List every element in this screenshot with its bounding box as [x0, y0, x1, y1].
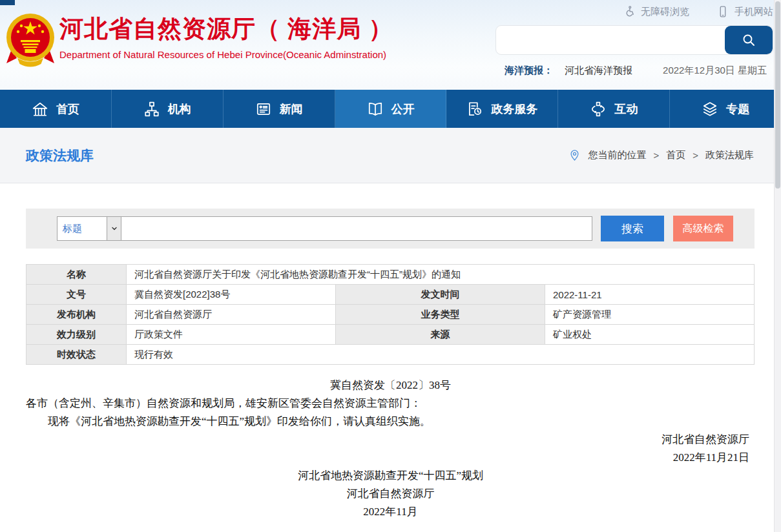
field-value-validity: 现行有效 — [127, 345, 755, 365]
header-search-button[interactable] — [725, 26, 773, 54]
nav-item-org[interactable]: 机构 — [112, 90, 224, 128]
breadcrumb-item-home[interactable]: 首页 — [666, 149, 685, 161]
breadcrumb-separator: > — [653, 150, 659, 161]
magnifier-icon — [741, 32, 756, 48]
scrollbar-thumb[interactable] — [775, 1, 780, 189]
chevron-down-icon — [107, 217, 121, 240]
interact-icon — [590, 101, 607, 118]
national-emblem-logo — [5, 10, 56, 70]
main-nav: 首页 机构 新闻 公开 — [0, 90, 781, 128]
corner-accent — [0, 0, 15, 5]
nav-item-gov-service[interactable]: 政务服务 — [446, 90, 558, 128]
table-row: 效力级别 厅政策文件 来源 矿业权处 — [26, 325, 755, 345]
open-book-icon — [367, 101, 384, 118]
header-search-input[interactable] — [496, 26, 725, 54]
field-label-source: 来源 — [336, 325, 545, 345]
field-value-doc-number: 冀自然资发[2022]38号 — [127, 285, 336, 305]
nav-label: 新闻 — [280, 101, 303, 117]
nav-item-home[interactable]: 首页 — [0, 90, 112, 128]
policy-search-bar: 标题 搜索 高级检索 — [26, 209, 755, 249]
breadcrumb: 您当前的位置 > 首页 > 政策法规库 — [568, 149, 754, 161]
table-row: 文号 冀自然资发[2022]38号 发文时间 2022-11-21 — [26, 285, 755, 305]
accessibility-label: 无障碍浏览 — [641, 6, 689, 18]
search-field-select[interactable]: 标题 — [57, 216, 121, 241]
breadcrumb-item-current[interactable]: 政策法规库 — [705, 149, 754, 161]
mobile-site-link[interactable]: 手机网站 — [716, 5, 773, 18]
advanced-search-button[interactable]: 高级检索 — [673, 216, 733, 241]
document-signer: 河北省自然资源厅 — [0, 431, 781, 449]
field-value-source: 矿业权处 — [545, 325, 755, 345]
table-row: 时效状态 现行有效 — [26, 345, 755, 365]
nav-label: 机构 — [168, 101, 191, 117]
nav-label: 互动 — [614, 101, 638, 117]
home-icon — [32, 101, 48, 118]
nav-label: 专题 — [726, 101, 749, 117]
page-title: 政策法规库 — [26, 147, 94, 165]
nav-label: 公开 — [391, 101, 415, 117]
site-header: 河北省自然资源厅（ 海洋局 ） Department of Natural Re… — [0, 0, 781, 90]
field-label-issue-date: 发文时间 — [336, 285, 545, 305]
field-label-validity: 时效状态 — [26, 345, 127, 365]
table-row: 名称 河北省自然资源厅关于印发《河北省地热资源勘查开发“十四五”规划》的通知 — [26, 265, 755, 285]
nav-label: 首页 — [56, 101, 79, 117]
table-row: 发布机构 河北省自然资源厅 业务类型 矿产资源管理 — [26, 305, 755, 325]
attachment-date: 2022年11月 — [0, 503, 781, 521]
phone-icon — [716, 5, 729, 18]
org-icon — [143, 101, 160, 118]
attachment-title: 河北省地热资源勘查开发“十四五”规划 — [0, 467, 781, 485]
field-label-business-type: 业务类型 — [336, 305, 545, 325]
header-search-box — [495, 25, 773, 55]
document-content: 冀自然资发〔2022〕38号 各市（含定州、辛集市）自然资源和规划局，雄安新区管… — [0, 376, 781, 521]
forecast-row: 海洋预报： 河北省海洋预报 2022年12月30日 星期五 — [495, 65, 773, 77]
nav-item-interact[interactable]: 互动 — [558, 90, 670, 128]
forecast-link[interactable]: 河北省海洋预报 — [565, 65, 632, 77]
field-label-doc-number: 文号 — [26, 285, 127, 305]
site-title-block: 河北省自然资源厅（ 海洋局 ） Department of Natural Re… — [59, 15, 393, 60]
policy-search-input[interactable] — [121, 216, 592, 241]
wheelchair-icon — [623, 5, 636, 18]
current-date: 2022年12月30日 星期五 — [663, 65, 767, 77]
nav-item-topics[interactable]: 专题 — [670, 90, 781, 128]
location-pin-icon — [568, 149, 581, 161]
field-label-effect-level: 效力级别 — [26, 325, 127, 345]
policy-detail-table: 名称 河北省自然资源厅关于印发《河北省地热资源勘查开发“十四五”规划》的通知 文… — [26, 264, 755, 365]
field-value-business-type: 矿产资源管理 — [545, 305, 755, 325]
accessibility-link[interactable]: 无障碍浏览 — [623, 5, 689, 18]
document-salutation: 各市（含定州、辛集市）自然资源和规划局，雄安新区管委会自然资源主管部门： — [0, 394, 781, 413]
breadcrumb-band: 政策法规库 您当前的位置 > 首页 > 政策法规库 — [0, 128, 781, 183]
breadcrumb-location-label: 您当前的位置 — [588, 149, 646, 161]
document-sign-date: 2022年11月21日 — [0, 449, 781, 467]
breadcrumb-separator: > — [692, 150, 698, 161]
attachment-author: 河北省自然资源厅 — [0, 485, 781, 503]
nav-item-news[interactable]: 新闻 — [224, 90, 335, 128]
topics-icon — [702, 101, 718, 118]
document-body-text: 现将《河北省地热资源勘查开发“十四五”规划》印发给你们，请认真组织实施。 — [0, 413, 781, 431]
field-value-name: 河北省自然资源厅关于印发《河北省地热资源勘查开发“十四五”规划》的通知 — [127, 265, 755, 285]
search-button[interactable]: 搜索 — [601, 216, 664, 241]
field-value-effect-level: 厅政策文件 — [127, 325, 336, 345]
field-label-issuer: 发布机构 — [26, 305, 127, 325]
gov-service-icon — [466, 101, 483, 118]
document-number: 冀自然资发〔2022〕38号 — [0, 376, 781, 394]
nav-item-public[interactable]: 公开 — [335, 90, 447, 128]
scrollbar[interactable] — [774, 0, 781, 532]
nav-label: 政务服务 — [491, 101, 537, 117]
search-field-selected-value: 标题 — [57, 217, 107, 240]
mobile-site-label: 手机网站 — [734, 6, 773, 18]
field-label-name: 名称 — [26, 265, 127, 285]
forecast-label: 海洋预报： — [505, 65, 553, 77]
news-icon — [255, 101, 272, 118]
field-value-issue-date: 2022-11-21 — [545, 285, 755, 305]
site-title: 河北省自然资源厅（ 海洋局 ） — [59, 15, 393, 43]
site-subtitle: Department of Natural Resources of Hebei… — [59, 49, 393, 60]
field-value-issuer: 河北省自然资源厅 — [127, 305, 336, 325]
utility-bar: 无障碍浏览 手机网站 — [495, 5, 773, 18]
